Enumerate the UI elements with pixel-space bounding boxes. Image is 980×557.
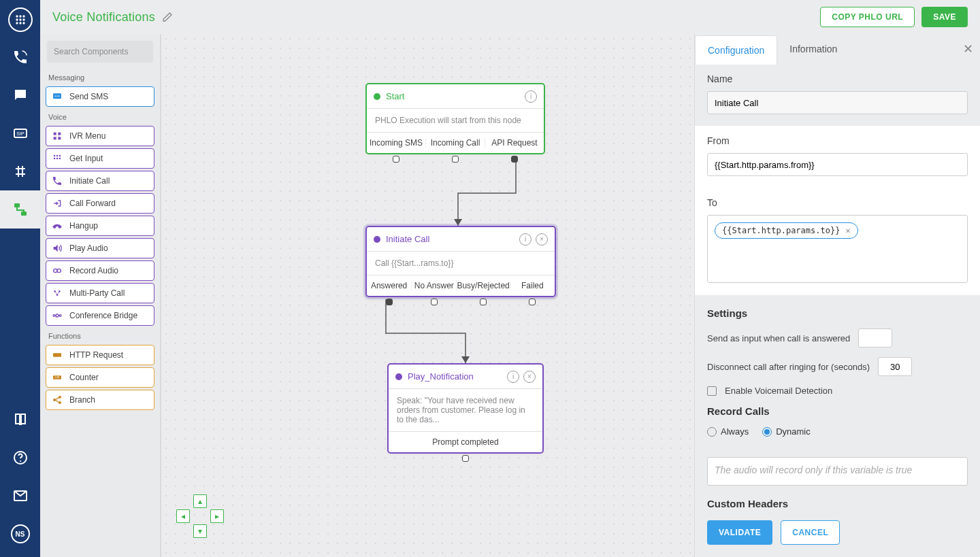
conf-icon (52, 310, 63, 321)
delete-node-icon[interactable]: × (536, 233, 548, 246)
palette-item-play-audio[interactable]: Play Audio (46, 238, 154, 258)
svg-point-24 (54, 155, 56, 157)
palette-section-title: Functions (40, 328, 160, 343)
palette-item-initiate-call[interactable]: Initiate Call (46, 171, 154, 191)
node-play-notification[interactable]: Play_Notification i× Speak: "Your have r… (387, 363, 544, 454)
send-on-answer-input[interactable] (858, 328, 892, 348)
palette-item-label: Get Input (69, 154, 103, 163)
palette-item-call-forward[interactable]: Call Forward (46, 193, 154, 214)
node-initiate-call[interactable]: Initiate Call i× Call {{Start...rams.to}… (365, 226, 556, 297)
palette-item-hangup[interactable]: Hangup (46, 216, 154, 236)
pan-down-button[interactable]: ▾ (193, 524, 207, 538)
search-input[interactable] (47, 41, 153, 63)
voicemail-checkbox[interactable] (707, 386, 717, 396)
palette-item-conference-bridge[interactable]: Conference Bridge (46, 305, 154, 326)
pan-up-button[interactable]: ▴ (193, 494, 207, 508)
node-port[interactable]: Incoming SMS (367, 138, 425, 148)
port-connector-dot[interactable] (386, 299, 393, 305)
nav-sip[interactable]: SIP (0, 114, 40, 152)
svg-point-42 (59, 396, 61, 399)
delete-node-icon[interactable]: × (523, 371, 536, 383)
port-connector-dot[interactable] (529, 299, 536, 305)
node-port[interactable]: Incoming Call (425, 138, 485, 148)
flow-canvas[interactable]: Start i PHLO Execution will start from t… (161, 34, 694, 557)
node-port[interactable]: Answered (367, 281, 411, 290)
port-connector-dot[interactable] (511, 156, 518, 163)
node-start[interactable]: Start i PHLO Execution will start from t… (365, 83, 545, 154)
node-port[interactable]: Failed (510, 281, 555, 290)
palette-item-ivr-menu[interactable]: IVR Menu (46, 126, 154, 146)
palette-section-title: Messaging (40, 69, 160, 84)
voicemail-label: Enable Voicemail Detection (725, 386, 832, 396)
to-chip-area[interactable]: {{Start.http.params.to}} ✕ (707, 215, 968, 283)
svg-rect-11 (14, 203, 20, 207)
validate-button[interactable]: VALIDATE (707, 520, 772, 545)
svg-point-43 (59, 402, 61, 404)
pan-right-button[interactable]: ▸ (210, 509, 224, 523)
info-icon[interactable]: i (507, 371, 519, 383)
cancel-button[interactable]: CANCEL (781, 520, 840, 545)
palette-item-label: Multi-Party Call (69, 288, 125, 298)
port-connector-dot[interactable] (431, 299, 438, 305)
from-input[interactable] (707, 153, 968, 176)
palette-item-branch[interactable]: Branch (46, 390, 154, 410)
tab-configuration[interactable]: Configuration (695, 35, 777, 65)
node-port[interactable]: API Request (485, 138, 544, 148)
record-condition-input[interactable]: The audio will record only if this varia… (707, 457, 968, 486)
palette-item-label: Hangup (69, 221, 98, 231)
copy-url-button[interactable]: COPY PHLO URL (820, 7, 915, 27)
nav-voice[interactable] (0, 38, 40, 76)
nav-billing[interactable] (0, 477, 40, 515)
port-connector-dot[interactable] (462, 455, 469, 462)
node-port[interactable]: No Answer (411, 281, 456, 290)
pan-left-button[interactable]: ◂ (176, 509, 190, 523)
record-icon (52, 265, 63, 276)
node-port[interactable]: Busy/Rejected (456, 281, 509, 290)
palette-item-record-audio[interactable]: Record Audio (46, 260, 154, 281)
ivr-icon (52, 131, 63, 141)
name-input[interactable] (707, 91, 968, 114)
chip-remove-icon[interactable]: ✕ (845, 226, 850, 235)
nav-docs[interactable] (0, 401, 40, 439)
palette-item-multi-party-call[interactable]: Multi-Party Call (46, 283, 154, 303)
record-always-radio[interactable] (707, 427, 717, 437)
palette-item-send-sms[interactable]: Send SMS (46, 86, 154, 107)
save-button[interactable]: SAVE (921, 7, 968, 27)
svg-point-17 (55, 96, 56, 97)
tab-information[interactable]: Information (777, 34, 849, 64)
node-body: PHLO Execution will start from this node (367, 109, 544, 133)
info-icon[interactable]: i (519, 233, 532, 246)
edit-title-icon[interactable] (162, 12, 173, 22)
svg-point-8 (22, 22, 24, 24)
nav-messaging[interactable] (0, 76, 40, 114)
nav-help[interactable] (0, 439, 40, 477)
svg-point-19 (59, 96, 60, 97)
audio-icon (52, 243, 63, 254)
svg-rect-20 (54, 133, 56, 135)
port-connector-dot[interactable] (452, 156, 459, 163)
settings-title: Settings (707, 307, 968, 319)
disconnect-input[interactable] (878, 357, 912, 376)
node-port[interactable]: Prompt completed (389, 437, 542, 447)
svg-point-2 (22, 15, 24, 17)
close-drawer-icon[interactable]: ✕ (963, 43, 973, 55)
call-icon (52, 175, 63, 186)
svg-text:123: 123 (55, 375, 60, 379)
record-dynamic-radio[interactable] (762, 427, 772, 437)
sms-icon (52, 91, 63, 102)
nav-phlo[interactable] (0, 190, 40, 229)
branch-icon (52, 394, 63, 405)
port-connector-dot[interactable] (480, 299, 487, 305)
to-chip[interactable]: {{Start.http.params.to}} ✕ (715, 222, 858, 239)
palette-item-get-input[interactable]: Get Input (46, 148, 154, 169)
port-connector-dot[interactable] (393, 156, 399, 163)
nav-numbers[interactable] (0, 152, 40, 190)
nav-account[interactable]: NS (0, 515, 40, 553)
palette-item-counter[interactable]: 123Counter (46, 367, 154, 388)
nav-logo[interactable] (0, 0, 40, 38)
palette-item-http-request[interactable]: HTTP Request (46, 345, 154, 365)
palette-item-label: Initiate Call (69, 176, 110, 186)
svg-point-36 (53, 315, 55, 317)
info-icon[interactable]: i (525, 90, 537, 103)
svg-point-14 (20, 460, 21, 462)
